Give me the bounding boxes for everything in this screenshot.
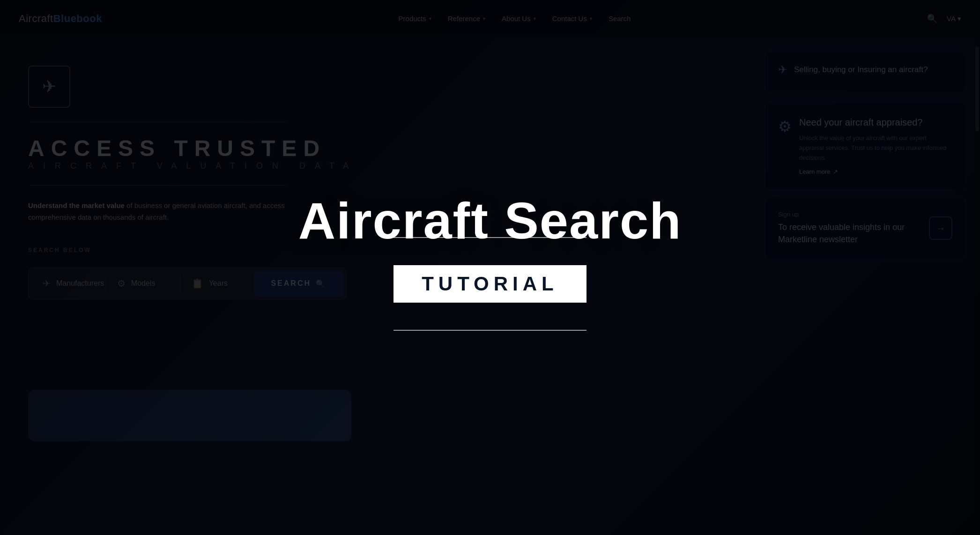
tutorial-main-title: Aircraft Search [298,195,682,246]
spotlight-highlight [28,390,351,441]
tutorial-line-bottom [393,330,587,331]
tutorial-content: Aircraft Search TUTORIAL [298,195,682,312]
tutorial-line-top [393,237,587,238]
tutorial-overlay: Aircraft Search TUTORIAL [0,0,980,535]
tutorial-badge: TUTORIAL [393,265,587,303]
